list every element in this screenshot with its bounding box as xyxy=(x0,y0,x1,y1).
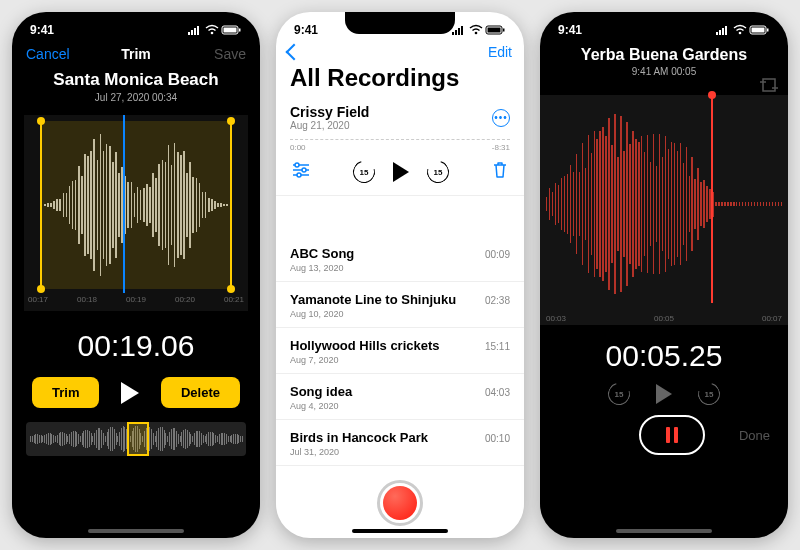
svg-rect-22 xyxy=(716,32,718,35)
record-icon xyxy=(383,486,417,520)
notch xyxy=(81,12,191,34)
trim-handle-icon[interactable] xyxy=(37,117,45,125)
play-icon[interactable] xyxy=(656,384,672,404)
recordings-list[interactable]: ABC SongAug 13, 202000:09Yamanote Line t… xyxy=(276,236,524,472)
waveform-view[interactable]: 00:03 00:05 00:07 xyxy=(540,95,788,325)
list-item[interactable]: Yamanote Line to ShinjukuAug 10, 202002:… xyxy=(276,282,524,328)
trim-handle-icon[interactable] xyxy=(227,117,235,125)
playhead[interactable] xyxy=(123,115,125,293)
trim-actions: Trim Delete xyxy=(12,363,260,414)
time-ticks: 00:03 00:05 00:07 xyxy=(546,314,782,323)
tick-label: 00:03 xyxy=(546,314,566,323)
screen-recordings-list: 9:41 Edit All Recordings Crissy Field Au… xyxy=(276,12,524,538)
scrubber[interactable] xyxy=(26,422,246,456)
item-date: Aug 4, 2020 xyxy=(290,401,352,411)
pause-button[interactable] xyxy=(639,415,705,455)
list-item[interactable]: ABC SongAug 13, 202000:09 xyxy=(276,236,524,282)
playback-timeline[interactable]: 0:00 -8:31 xyxy=(290,139,510,153)
skip-forward-icon[interactable]: 15 xyxy=(698,383,720,405)
svg-rect-29 xyxy=(767,29,769,32)
svg-point-17 xyxy=(295,163,299,167)
pause-bar-icon xyxy=(674,427,678,443)
skip-back-icon[interactable]: 15 xyxy=(608,383,630,405)
waveform-editor[interactable]: 00:17 00:18 00:19 00:20 00:21 xyxy=(24,115,248,311)
recording-title: Yerba Buena Gardens xyxy=(540,46,788,64)
svg-rect-15 xyxy=(503,29,505,32)
delete-button[interactable]: Delete xyxy=(161,377,240,408)
screen-trim: 9:41 Cancel Trim Save Santa Monica Beach… xyxy=(12,12,260,538)
more-options-icon[interactable]: ••• xyxy=(492,109,510,127)
item-date: Jul 31, 2020 xyxy=(290,447,428,457)
trim-handle-icon[interactable] xyxy=(37,285,45,293)
cell-signal-icon xyxy=(188,25,202,35)
notch xyxy=(609,12,719,34)
record-playhead xyxy=(711,95,713,303)
wifi-icon xyxy=(733,25,747,35)
battery-icon xyxy=(222,25,242,35)
svg-rect-7 xyxy=(239,29,241,32)
item-title: Yamanote Line to Shinjuku xyxy=(290,292,456,307)
svg-rect-25 xyxy=(725,26,727,35)
trash-icon[interactable] xyxy=(492,161,508,183)
item-duration: 00:10 xyxy=(485,433,510,444)
nav-bar: Edit xyxy=(276,42,524,60)
tick-label: 00:18 xyxy=(77,295,97,311)
home-indicator[interactable] xyxy=(352,529,448,533)
list-item[interactable]: Waves on the pierJul 30, 202002:05 xyxy=(276,466,524,472)
svg-rect-28 xyxy=(752,28,765,33)
time-start: 0:00 xyxy=(290,143,306,153)
status-icons xyxy=(452,25,506,35)
current-time: 00:05.25 xyxy=(540,339,788,373)
selected-date: Aug 21, 2020 xyxy=(290,120,369,131)
item-date: Aug 13, 2020 xyxy=(290,263,354,273)
svg-rect-14 xyxy=(488,28,501,33)
play-icon[interactable] xyxy=(121,382,139,404)
tick-label: 00:07 xyxy=(762,314,782,323)
item-date: Aug 7, 2020 xyxy=(290,355,440,365)
save-button[interactable]: Save xyxy=(198,46,246,62)
list-item[interactable]: Hollywood Hills cricketsAug 7, 202015:11 xyxy=(276,328,524,374)
nav-bar: Cancel Trim Save xyxy=(12,42,260,66)
list-item[interactable]: Song ideaAug 4, 202004:03 xyxy=(276,374,524,420)
playback-controls: 15 15 xyxy=(290,153,510,193)
tick-label: 00:20 xyxy=(175,295,195,311)
item-title: Hollywood Hills crickets xyxy=(290,338,440,353)
svg-rect-23 xyxy=(719,30,721,35)
recording-header: Santa Monica Beach Jul 27, 2020 00:34 xyxy=(12,66,260,105)
trim-button[interactable]: Trim xyxy=(32,377,99,408)
scrubber-selection[interactable] xyxy=(127,422,149,456)
battery-icon xyxy=(750,25,770,35)
home-indicator[interactable] xyxy=(88,529,184,533)
item-title: ABC Song xyxy=(290,246,354,261)
svg-rect-0 xyxy=(188,32,190,35)
options-sliders-icon[interactable] xyxy=(292,162,310,182)
list-item[interactable]: Birds in Hancock ParkJul 31, 202000:10 xyxy=(276,420,524,466)
recording-subtitle: Jul 27, 2020 00:34 xyxy=(12,92,260,103)
cancel-button[interactable]: Cancel xyxy=(26,46,74,62)
notch xyxy=(345,12,455,34)
item-duration: 00:09 xyxy=(485,249,510,260)
trim-selection[interactable] xyxy=(40,121,232,289)
status-time: 9:41 xyxy=(30,23,54,37)
wifi-icon xyxy=(205,25,219,35)
trim-handle-icon[interactable] xyxy=(227,285,235,293)
svg-rect-10 xyxy=(458,28,460,35)
selected-recording[interactable]: Crissy Field Aug 21, 2020 ••• 0:00 -8:31… xyxy=(276,98,524,196)
done-button[interactable]: Done xyxy=(739,428,770,443)
skip-back-icon[interactable]: 15 xyxy=(353,161,375,183)
cell-signal-icon xyxy=(452,25,466,35)
cell-signal-icon xyxy=(716,25,730,35)
back-button[interactable] xyxy=(288,46,300,58)
status-time: 9:41 xyxy=(558,23,582,37)
record-bar xyxy=(276,474,524,526)
battery-icon xyxy=(486,25,506,35)
play-icon[interactable] xyxy=(393,162,409,182)
tick-label: 00:21 xyxy=(224,295,244,311)
time-ticks: 00:17 00:18 00:19 00:20 00:21 xyxy=(24,295,248,311)
record-button[interactable] xyxy=(377,480,423,526)
edit-button[interactable]: Edit xyxy=(488,44,512,60)
svg-rect-6 xyxy=(224,28,237,33)
skip-forward-icon[interactable]: 15 xyxy=(427,161,449,183)
chevron-left-icon xyxy=(286,44,303,61)
home-indicator[interactable] xyxy=(616,529,712,533)
